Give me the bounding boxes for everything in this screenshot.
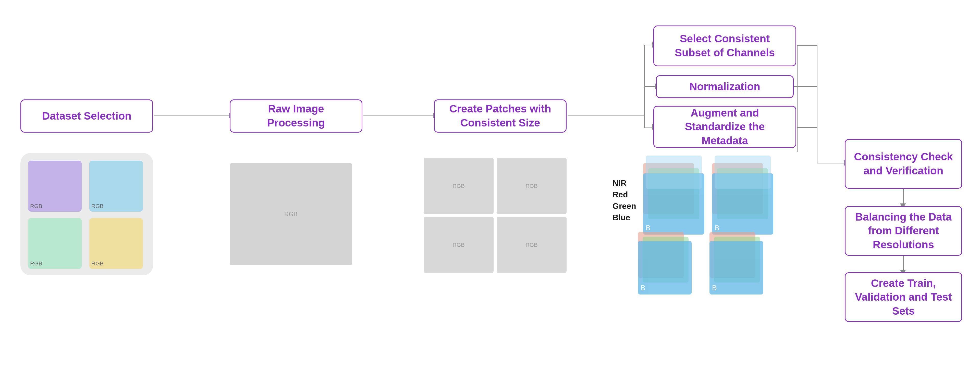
- tile-yellow: RGB: [89, 218, 143, 269]
- consistency-check-box: Consistency Check and Verification: [845, 139, 962, 189]
- train-test-label: Create Train, Validation and Test Sets: [853, 276, 954, 318]
- normalization-box: Normalization: [656, 75, 794, 98]
- tile-cyan: RGB: [89, 161, 143, 212]
- arrow-consistency-balancing: [903, 189, 904, 204]
- create-patches-box: Create Patches with Consistent Size: [434, 100, 566, 133]
- patch-tl: RGB: [424, 158, 493, 214]
- consistency-check-label: Consistency Check and Verification: [853, 150, 954, 178]
- b-label-tr: B: [714, 224, 719, 232]
- select-channels-label: Select Consistent Subset of Channels: [662, 32, 788, 60]
- raw-image-label: Raw Image Processing: [238, 102, 354, 130]
- patch-tr-label: RGB: [525, 183, 538, 190]
- channel-layers-illustration: NIR Red Green Blue B B B B: [612, 148, 822, 306]
- nir-label: NIR: [612, 179, 627, 188]
- layer-cyan-br: B: [710, 241, 763, 294]
- connector-right-vertical: [797, 44, 797, 152]
- dataset-selection-box: Dataset Selection: [21, 100, 153, 133]
- balancing-data-label: Balancing the Data from Different Resolu…: [853, 210, 954, 252]
- tile-cyan-label: RGB: [91, 203, 103, 210]
- create-patches-label: Create Patches with Consistent Size: [442, 102, 558, 130]
- b-label-tl: B: [646, 224, 651, 232]
- layer-nir-tr: [714, 155, 771, 189]
- b-label-br: B: [712, 284, 717, 292]
- blue-label: Blue: [612, 213, 630, 222]
- right-connector-v: [817, 44, 818, 163]
- augment-metadata-box: Augment and Standardize the Metadata: [653, 106, 796, 148]
- arrow-raw-patches: [363, 116, 434, 116]
- red-label: Red: [612, 190, 628, 199]
- line-norm-right: [794, 86, 817, 87]
- augment-metadata-label: Augment and Standardize the Metadata: [662, 106, 788, 148]
- patch-br: RGB: [496, 217, 566, 273]
- diagram-container: Dataset Selection Raw Image Processing C…: [0, 0, 980, 372]
- patch-tl-label: RGB: [452, 183, 465, 190]
- layer-nir-tl: [646, 155, 702, 189]
- b-label-bl: B: [641, 284, 646, 292]
- patch-bl: RGB: [424, 217, 493, 273]
- tile-yellow-label: RGB: [91, 260, 103, 267]
- tile-purple-label: RGB: [30, 203, 42, 210]
- patch-bl-label: RGB: [452, 242, 465, 249]
- arrow-balancing-traintest: [903, 256, 904, 271]
- line-select-right: [797, 45, 817, 46]
- normalization-label: Normalization: [689, 80, 760, 94]
- layer-cyan-bl: B: [638, 241, 692, 294]
- arrow-patches-branch: [568, 116, 644, 116]
- raw-image-illustration-label: RGB: [284, 211, 298, 218]
- dataset-illustration: RGB RGB RGB RGB: [21, 153, 153, 275]
- dataset-selection-label: Dataset Selection: [42, 109, 131, 123]
- patch-br-label: RGB: [525, 242, 538, 249]
- tile-green: RGB: [28, 218, 82, 269]
- raw-image-illustration: RGB: [230, 163, 352, 265]
- raw-image-box: Raw Image Processing: [230, 100, 363, 133]
- line-augment-right: [797, 127, 817, 128]
- arrow-dataset-raw: [154, 116, 230, 116]
- tile-purple: RGB: [28, 161, 82, 212]
- patch-tr: RGB: [496, 158, 566, 214]
- select-channels-box: Select Consistent Subset of Channels: [653, 25, 796, 66]
- patches-illustration: RGB RGB RGB RGB: [424, 158, 566, 273]
- tile-green-label: RGB: [30, 260, 42, 267]
- green-label: Green: [612, 201, 636, 211]
- balancing-data-box: Balancing the Data from Different Resolu…: [845, 206, 962, 256]
- train-test-box: Create Train, Validation and Test Sets: [845, 272, 962, 322]
